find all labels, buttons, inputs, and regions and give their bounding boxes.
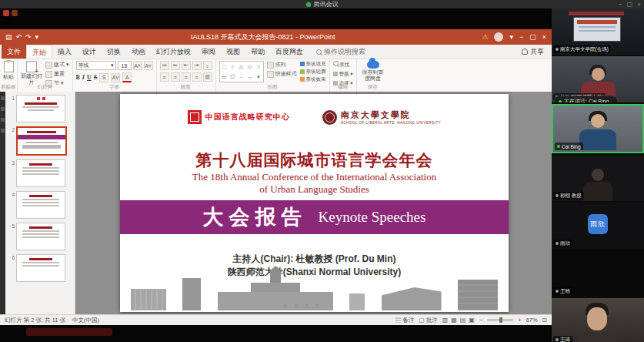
save-icon[interactable]: ▤ xyxy=(5,33,12,41)
shape-fill-button[interactable]: 形状填充 xyxy=(300,61,326,68)
zoom-slider[interactable] xyxy=(487,319,513,321)
align-left-button[interactable]: ≡ xyxy=(160,72,169,82)
indent-increase-button[interactable]: ⇥ xyxy=(192,61,202,70)
tab-slideshow[interactable]: 幻灯片放映 xyxy=(151,45,196,59)
thumbnail-slide-6[interactable]: 6 xyxy=(7,254,73,282)
tab-transitions[interactable]: 切换 xyxy=(102,45,126,59)
slide-thumbnail-panel: 1 2 3 xyxy=(5,92,75,315)
zoom-knob[interactable] xyxy=(499,317,502,323)
maximize-icon[interactable]: ▢ xyxy=(529,33,536,41)
minimize-icon[interactable]: − xyxy=(519,33,523,41)
meeting-close-icon[interactable]: × xyxy=(637,0,641,8)
screen: 腾讯会议 − ▢ × ▤ ↶ ↷ ▾ IAULS18 开幕式及大会报告-0821… xyxy=(0,0,644,342)
participant-tile[interactable]: 王琦 xyxy=(552,298,644,342)
save-to-baidu-button[interactable]: 保存到百度网盘 xyxy=(360,61,386,81)
shape-outline-button[interactable]: 形状轮廓 xyxy=(300,69,326,75)
zoom-in-button[interactable]: + xyxy=(518,317,521,324)
align-right-button[interactable]: ≡ xyxy=(182,72,191,82)
new-slide-button[interactable]: 新建幻灯片 xyxy=(21,61,42,85)
participant-tile[interactable]: 王晗 xyxy=(552,250,644,297)
font-color-button[interactable]: A xyxy=(122,72,132,82)
group-label-clipboard: 剪贴板 xyxy=(0,84,17,91)
zoom-out-button[interactable]: − xyxy=(479,317,482,324)
notes-button[interactable]: ▤ 备注 xyxy=(395,317,415,324)
comments-button[interactable]: ▢ 批注 xyxy=(419,317,437,324)
tab-review[interactable]: 审阅 xyxy=(196,45,221,59)
line-spacing-button[interactable]: ↕ xyxy=(203,61,212,70)
tab-design[interactable]: 设计 xyxy=(77,45,102,59)
bold-button[interactable]: B xyxy=(76,74,80,81)
reset-button[interactable]: 重置 xyxy=(45,70,69,78)
redo-icon[interactable]: ↷ xyxy=(25,33,32,41)
fit-to-window-icon[interactable]: ⊡ xyxy=(542,317,547,324)
thumbnail-slide-1[interactable]: 1 xyxy=(7,95,73,122)
replace-button[interactable]: 替换 ▾ xyxy=(333,71,353,78)
zoom-level[interactable]: 67% xyxy=(526,317,538,324)
meeting-maximize-icon[interactable]: ▢ xyxy=(627,0,633,8)
arrange-icon xyxy=(267,62,274,69)
reading-view-icon[interactable]: ▤ xyxy=(460,317,466,324)
shrink-font-icon[interactable]: A˅ xyxy=(144,61,153,70)
app-icon[interactable] xyxy=(12,10,18,16)
participant-tile[interactable]: 雨欣 雨欣 xyxy=(552,203,644,249)
find-icon xyxy=(333,61,339,66)
arrange-button[interactable]: 排列 xyxy=(267,61,297,69)
tab-animations[interactable]: 动画 xyxy=(126,45,151,59)
align-center-button[interactable]: ≡ xyxy=(171,72,180,82)
thumbnail-slide-2[interactable]: 2 xyxy=(7,126,73,156)
thumbnail-slide-3[interactable]: 3 xyxy=(7,159,73,187)
close-icon[interactable]: × xyxy=(542,33,546,41)
shapes-gallery[interactable]: □○△◇☆ ▭⬠→↔▾ xyxy=(219,61,264,82)
participant-tile-active-speaker[interactable]: Cai Bing xyxy=(552,104,644,153)
indent-decrease-button[interactable]: ⇤ xyxy=(182,61,191,70)
character-spacing-button[interactable]: AV xyxy=(111,73,120,82)
find-button[interactable]: 查找 xyxy=(333,61,353,69)
slide-sorter-icon[interactable]: ▦ xyxy=(451,317,457,324)
account-avatar[interactable] xyxy=(494,32,503,42)
slideshow-icon[interactable]: ▣ xyxy=(469,317,475,324)
justify-button[interactable]: ≡ xyxy=(192,72,202,82)
ribbon-display-icon[interactable]: ▾ xyxy=(509,33,513,41)
room-projection-screen xyxy=(573,17,621,42)
normal-view-icon[interactable]: ▥ xyxy=(442,317,449,324)
tab-insert[interactable]: 插入 xyxy=(52,45,77,59)
powerpoint-app-icon[interactable] xyxy=(3,10,9,16)
italic-button[interactable]: I xyxy=(82,74,85,81)
thumbnail-slide-5[interactable]: 5 xyxy=(7,223,73,250)
tab-view[interactable]: 视图 xyxy=(221,45,245,59)
tell-me-search[interactable]: 操作说明搜索 xyxy=(316,45,365,59)
grow-font-icon[interactable]: A˄ xyxy=(133,61,142,70)
current-slide[interactable]: 中国语言战略研究中心 南京大學文學院 SCHOOL OF LIBERAL ART… xyxy=(120,94,509,312)
slide-position-text: 幻灯片 第 2 张, 共 11 张 xyxy=(5,317,65,324)
participant-tile[interactable]: 正在讲话: Cai Bing... 杜敏(陕西师范大学) xyxy=(552,56,644,102)
undo-icon[interactable]: ↶ xyxy=(16,33,22,41)
tab-baidu-netdisk[interactable]: 百度网盘 xyxy=(270,45,309,59)
participant-tile[interactable]: 南京大学文学院(会场) xyxy=(552,8,644,55)
tab-file[interactable]: 文件 xyxy=(2,45,26,59)
baidu-cloud-icon xyxy=(367,61,379,69)
strikethrough-button[interactable]: S xyxy=(94,74,97,81)
font-size-select[interactable]: 18 xyxy=(118,61,132,70)
numbering-button[interactable]: ≕ xyxy=(171,61,180,70)
bullets-button[interactable]: ≔ xyxy=(160,61,169,70)
shape-effects-button[interactable]: 形状效果 xyxy=(300,76,326,83)
shape-outline-icon xyxy=(300,69,305,74)
qat-dropdown-icon[interactable]: ▾ xyxy=(35,33,39,41)
quick-styles-button[interactable]: 快速样式 xyxy=(267,70,297,78)
slide-canvas[interactable]: 中国语言战略研究中心 南京大學文學院 SCHOOL OF LIBERAL ART… xyxy=(75,92,552,315)
underline-button[interactable]: U xyxy=(87,74,92,81)
language-indicator[interactable]: 中文(中国) xyxy=(72,317,99,324)
warning-icon[interactable]: ⚠ xyxy=(482,33,488,41)
paste-button[interactable]: 粘贴 xyxy=(3,61,14,81)
right-logo-icon xyxy=(322,110,337,125)
thumbnail-slide-4[interactable]: 4 xyxy=(7,191,73,219)
text-shadow-button[interactable]: S xyxy=(99,73,108,82)
tab-home[interactable]: 开始 xyxy=(26,45,52,59)
participant-tile[interactable]: 郭熙 教授 xyxy=(552,155,644,201)
share-button[interactable]: 共享 xyxy=(522,45,544,59)
font-name-select[interactable]: 等线▾ xyxy=(76,61,116,70)
layout-button[interactable]: 版式 ▾ xyxy=(45,61,69,69)
tab-help[interactable]: 帮助 xyxy=(245,45,270,59)
columns-button[interactable]: ▥ xyxy=(203,72,212,82)
meeting-minimize-icon[interactable]: − xyxy=(619,0,622,8)
